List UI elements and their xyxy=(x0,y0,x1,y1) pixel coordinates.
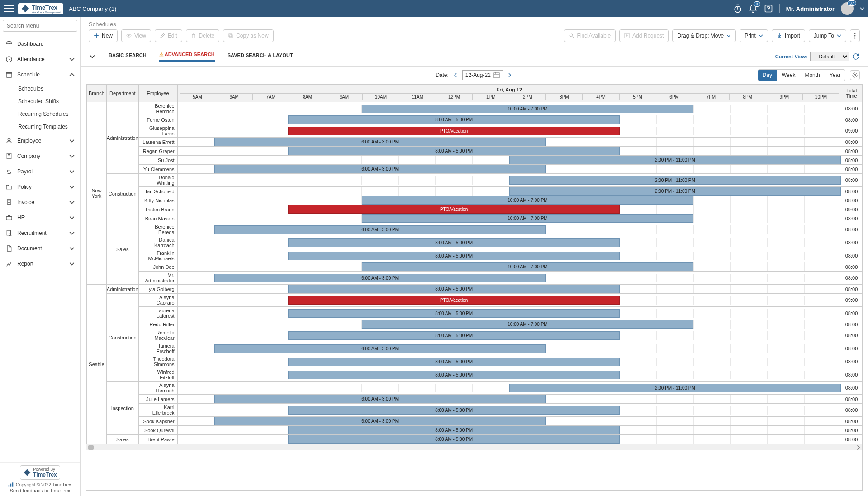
nav-list: DashboardAttendanceScheduleSchedulesSche… xyxy=(0,34,80,462)
feedback-link[interactable]: Send feedback to TimeTrex xyxy=(3,488,77,493)
print-button[interactable]: Print xyxy=(740,29,768,42)
view-button[interactable]: View xyxy=(121,29,151,42)
chevron-up-icon xyxy=(69,72,75,77)
more-button[interactable] xyxy=(850,29,860,42)
new-button[interactable]: New xyxy=(89,29,118,42)
branch-cell: Seattle xyxy=(87,285,107,444)
help-icon[interactable] xyxy=(764,4,773,13)
timeline-cell: 2:00 PM - 11:00 PM xyxy=(177,174,841,187)
schedule-row: Redd Rifler10:00 AM - 7:00 PM08:00 xyxy=(87,320,862,329)
horizontal-scrollbar[interactable] xyxy=(86,444,862,450)
employee-cell: Ferne Osten xyxy=(138,115,177,124)
shift-bar[interactable]: PTO/Vacation xyxy=(288,205,620,214)
shift-bar[interactable]: 8:00 AM - 5:00 PM xyxy=(288,426,620,434)
sidebar-item-schedule[interactable]: Schedule xyxy=(0,67,80,82)
sidebar-item-dashboard[interactable]: Dashboard xyxy=(0,36,80,52)
drag-drop-button[interactable]: Drag & Drop: Move xyxy=(672,29,736,42)
edit-button[interactable]: Edit xyxy=(155,29,182,42)
sidebar-item-attendance[interactable]: Attendance xyxy=(0,52,80,67)
view-day[interactable]: Day xyxy=(758,70,777,81)
logo[interactable]: TimeTrexWorkforce Management xyxy=(18,3,63,14)
sidebar-item-invoice[interactable]: Invoice xyxy=(0,195,80,210)
next-date[interactable] xyxy=(507,72,513,78)
bell-icon[interactable]: 4 xyxy=(749,4,758,13)
shift-bar[interactable]: 8:00 AM - 5:00 PM xyxy=(288,309,620,318)
tab-saved-search[interactable]: SAVED SEARCH & LAYOUT xyxy=(228,52,293,61)
add-request-button[interactable]: Add Request xyxy=(619,29,669,42)
menu-toggle[interactable] xyxy=(4,3,14,14)
shift-bar[interactable]: 8:00 AM - 5:00 PM xyxy=(288,115,620,124)
current-view-label: Current View: xyxy=(775,54,807,59)
tab-basic-search[interactable]: BASIC SEARCH xyxy=(109,52,147,61)
sidebar-item-document[interactable]: Document xyxy=(0,241,80,256)
delete-button[interactable]: Delete xyxy=(186,29,220,42)
sidebar-item-recruitment[interactable]: Recruitment xyxy=(0,225,80,241)
date-input[interactable]: 12-Aug-22 xyxy=(462,70,503,80)
schedule-row: SalesBeau Mayers10:00 AM - 7:00 PM08:00 xyxy=(87,214,862,223)
shift-bar[interactable]: 10:00 AM - 7:00 PM xyxy=(362,320,693,329)
col-total: Total Time xyxy=(841,85,862,102)
settings-button[interactable] xyxy=(850,70,860,80)
shift-bar[interactable]: 8:00 AM - 5:00 PM xyxy=(288,147,620,155)
shift-bar[interactable]: 6:00 AM - 3:00 PM xyxy=(214,165,546,173)
sidebar-item-report[interactable]: Report xyxy=(0,256,80,272)
shift-bar[interactable]: 8:00 AM - 5:00 PM xyxy=(288,371,620,379)
shift-bar[interactable]: PTO/Vacation xyxy=(288,296,620,305)
shift-bar[interactable]: 10:00 AM - 7:00 PM xyxy=(362,262,693,271)
shift-bar[interactable]: 8:00 AM - 5:00 PM xyxy=(288,406,620,415)
shift-bar[interactable]: 8:00 AM - 5:00 PM xyxy=(288,252,620,260)
shift-bar[interactable]: 10:00 AM - 7:00 PM xyxy=(362,214,693,223)
collapse-toggle[interactable] xyxy=(89,53,96,60)
sidebar-subitem-recurring-templates[interactable]: Recurring Templates xyxy=(13,120,80,133)
sidebar-item-payroll[interactable]: Payroll xyxy=(0,164,80,179)
tab-advanced-search[interactable]: ⚠ADVANCED SEARCH xyxy=(159,52,215,62)
total-cell: 08:00 xyxy=(841,307,862,320)
jump-to-button[interactable]: Jump To xyxy=(809,29,846,42)
shift-bar[interactable]: 8:00 AM - 5:00 PM xyxy=(288,285,620,293)
shift-bar[interactable]: 10:00 AM - 7:00 PM xyxy=(362,105,693,113)
shift-bar[interactable]: 10:00 AM - 7:00 PM xyxy=(362,196,693,205)
employee-cell: Giuseppina Farris xyxy=(138,124,177,138)
svg-point-5 xyxy=(8,138,10,141)
employee-cell: Danica Karroach xyxy=(138,236,177,249)
sidebar-subitem-scheduled-shifts[interactable]: Scheduled Shifts xyxy=(13,95,80,108)
total-cell: 08:00 xyxy=(841,115,862,124)
sidebar-item-policy[interactable]: Policy xyxy=(0,179,80,195)
shift-bar[interactable]: 2:00 PM - 11:00 PM xyxy=(509,176,841,185)
shift-bar[interactable]: 6:00 AM - 3:00 PM xyxy=(214,395,546,403)
refresh-button[interactable] xyxy=(852,52,860,61)
current-view-select[interactable]: -- Default -- xyxy=(810,52,849,61)
import-button[interactable]: Import xyxy=(772,29,805,42)
sidebar-subitem-schedules[interactable]: Schedules xyxy=(13,82,80,95)
chevron-down-icon[interactable] xyxy=(860,6,864,11)
shift-bar[interactable]: 6:00 AM - 3:00 PM xyxy=(214,225,546,234)
shift-bar[interactable]: 2:00 PM - 11:00 PM xyxy=(509,384,841,392)
sidebar-subitem-recurring-schedules[interactable]: Recurring Schedules xyxy=(13,108,80,120)
search-menu-input[interactable] xyxy=(3,20,77,32)
scroll-right-icon[interactable] xyxy=(856,445,861,450)
shift-bar[interactable]: 8:00 AM - 5:00 PM xyxy=(288,435,620,444)
shift-bar[interactable]: 8:00 AM - 5:00 PM xyxy=(288,358,620,366)
sidebar-item-employee[interactable]: Employee xyxy=(0,133,80,148)
shift-bar[interactable]: 6:00 AM - 3:00 PM xyxy=(214,274,546,282)
sidebar-item-hr[interactable]: HR xyxy=(0,210,80,225)
powered-by[interactable]: Powered ByTimeTrex xyxy=(20,465,60,480)
view-month[interactable]: Month xyxy=(800,70,824,81)
shift-bar[interactable]: 8:00 AM - 5:00 PM xyxy=(288,331,620,340)
shift-bar[interactable]: 6:00 AM - 3:00 PM xyxy=(214,344,546,353)
trash-icon xyxy=(191,33,196,38)
view-year[interactable]: Year xyxy=(825,70,845,81)
sidebar-item-company[interactable]: Company xyxy=(0,148,80,164)
shift-bar[interactable]: PTO/Vacation xyxy=(288,127,620,135)
shift-bar[interactable]: 8:00 AM - 5:00 PM xyxy=(288,238,620,247)
copy-button[interactable]: Copy as New xyxy=(223,29,273,42)
find-available-button[interactable]: Find Available xyxy=(564,29,616,42)
shift-bar[interactable]: 2:00 PM - 11:00 PM xyxy=(509,187,841,196)
shift-bar[interactable]: 6:00 AM - 3:00 PM xyxy=(214,417,546,425)
prev-date[interactable] xyxy=(452,72,459,78)
view-week[interactable]: Week xyxy=(777,70,800,81)
stopwatch-icon[interactable] xyxy=(733,4,742,13)
shift-bar[interactable]: 2:00 PM - 11:00 PM xyxy=(509,156,841,164)
avatar[interactable]: 37 xyxy=(841,2,854,15)
shift-bar[interactable]: 6:00 AM - 3:00 PM xyxy=(214,138,546,146)
